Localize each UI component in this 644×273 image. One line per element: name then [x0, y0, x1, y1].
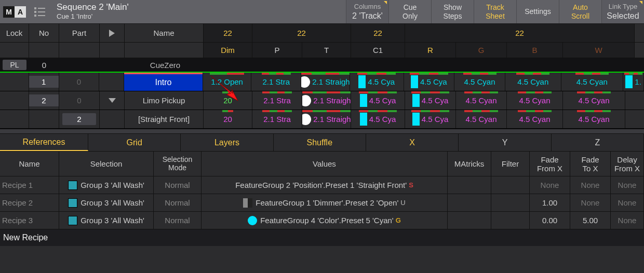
rc-col-mode[interactable]: Selection Mode	[154, 152, 202, 176]
selection-swatch-icon	[68, 216, 77, 225]
color-icon	[248, 216, 257, 225]
recipe-values: FeatureGroup 1 'Dimmer'.Preset 2 'Open'U	[202, 194, 448, 211]
recipe-header: Name Selection Selection Mode Values MAt…	[0, 152, 644, 176]
recipe-matricks	[448, 176, 491, 194]
settings-button[interactable]: Settings	[516, 0, 559, 23]
preset-badge: G	[396, 216, 401, 224]
recipe-fade-from-x: None	[530, 176, 570, 194]
recipe-selection: Group 3 'All Wash'	[59, 176, 154, 194]
tab-shuffle[interactable]: Shuffle	[274, 134, 366, 151]
level-bar	[411, 75, 418, 88]
col-no[interactable]: No	[29, 24, 59, 42]
lower-tabs: References Grid Layers Shuffle X Y Z	[0, 134, 644, 152]
cue-number: 2	[29, 94, 59, 106]
cuezero-no: 0	[29, 58, 59, 72]
col-ch-4[interactable]: 22	[405, 24, 635, 42]
col-t[interactable]: T	[302, 43, 351, 58]
track-value: 2.1 Stra	[263, 77, 290, 86]
recipe-fade-to-x: 5.00	[570, 212, 611, 229]
rc-col-values[interactable]: Values	[202, 152, 448, 176]
col-lock[interactable]: Lock	[0, 24, 29, 42]
track-value: 4.5 Cyan	[576, 77, 608, 86]
col-ch-1[interactable]: 22	[204, 24, 252, 42]
track-value: 2.1 Straight	[313, 96, 351, 105]
menu-list-icon[interactable]	[29, 0, 50, 23]
rc-col-selection[interactable]: Selection	[59, 152, 154, 176]
title-block[interactable]: Sequence 2 'Main' Cue 1 'Intro'	[50, 0, 135, 23]
cue-row[interactable]: 2[Straight Front]202.1 Stra2.1 Straight4…	[0, 110, 644, 129]
auto-scroll-button[interactable]: Auto Scroll	[559, 0, 601, 23]
col-c1[interactable]: C1	[351, 43, 405, 58]
recipe-row[interactable]: Recipe 3Group 3 'All Wash'NormalFeatureG…	[0, 212, 644, 229]
track-value: 4.5 Cyan	[519, 96, 550, 105]
recipe-name: Recipe 2	[0, 194, 59, 211]
recipe-mode: Normal	[154, 212, 202, 229]
cue-row[interactable]: 10Intro1.2 Open2.1 Stra2.1 Straight4.5 C…	[0, 73, 644, 91]
track-value: 4.5 Cyan	[465, 96, 497, 105]
dimmer-icon	[243, 198, 252, 208]
track-sheet-button[interactable]: Track Sheet	[474, 0, 516, 23]
recipe-selection: Group 3 'All Wash'	[59, 212, 154, 229]
cue-only-button[interactable]: Cue Only	[388, 0, 431, 23]
recipe-delay-from-x: None	[611, 176, 644, 194]
tab-references[interactable]: References	[0, 134, 88, 151]
col-r[interactable]: R	[405, 43, 456, 58]
col-name[interactable]: Name	[125, 24, 204, 42]
tab-z[interactable]: Z	[552, 134, 644, 151]
rc-col-fade-from-x[interactable]: Fade From X	[530, 152, 570, 176]
dim-value: 20	[223, 96, 232, 105]
recipe-values: FeatureGroup 2 'Position'.Preset 1 'Stra…	[202, 176, 448, 194]
cue-zero-row[interactable]: PL 0 CueZero	[0, 58, 644, 73]
recipe-row[interactable]: Recipe 2Group 3 'All Wash'NormalFeatureG…	[0, 194, 644, 212]
selection-swatch-icon	[68, 181, 77, 190]
cue-rows: 10Intro1.2 Open2.1 Stra2.1 Straight4.5 C…	[0, 73, 644, 129]
level-bar	[412, 113, 420, 126]
cue-row[interactable]: 20Limo Pickup202.1 Stra2.1 Straight4.5 C…	[0, 91, 644, 110]
col-ch-3[interactable]: 22	[351, 24, 405, 42]
splitter-handle[interactable]	[0, 129, 644, 134]
col-part[interactable]: Part	[59, 24, 100, 42]
tab-layers[interactable]: Layers	[181, 134, 273, 151]
track-value: 4.5 Cya	[369, 96, 396, 105]
show-steps-button[interactable]: Show Steps	[431, 0, 474, 23]
recipe-matricks	[448, 194, 491, 211]
recipe-name: Recipe 3	[0, 212, 59, 229]
new-recipe-button[interactable]: New Recipe	[0, 229, 644, 246]
col-dim[interactable]: Dim	[204, 43, 252, 58]
rc-col-delay-from-x[interactable]: Delay From X	[611, 152, 644, 176]
col-g[interactable]: G	[456, 43, 507, 58]
cue-number: 1	[29, 76, 59, 88]
rc-col-name[interactable]: Name	[0, 152, 59, 176]
track-value: 2.1 Stra	[263, 96, 291, 105]
track-value: 4.5 Cyan	[578, 115, 609, 124]
logo-m-icon: M	[3, 6, 15, 18]
expand-down-icon[interactable]	[109, 98, 116, 103]
recipe-matricks	[448, 212, 491, 229]
rc-col-matricks[interactable]: MAtricks	[448, 152, 491, 176]
track-value: 4.5 Cyan	[517, 77, 548, 86]
col-w[interactable]: W	[563, 43, 635, 58]
track-value: 4.5 Cya	[422, 96, 449, 105]
recipe-selection: Group 3 'All Wash'	[59, 194, 154, 211]
columns-button[interactable]: Columns 2 'Track'	[346, 0, 388, 23]
track-value: 4.5 Cyan	[465, 115, 497, 124]
track-value: 4.5 Cya	[368, 77, 395, 86]
col-p[interactable]: P	[252, 43, 302, 58]
col-ch-2[interactable]: 22	[252, 24, 351, 42]
track-value: 2.1 Straight	[313, 115, 351, 124]
recipe-row[interactable]: Recipe 1Group 3 'All Wash'NormalFeatureG…	[0, 176, 644, 194]
level-bar	[625, 75, 633, 88]
recipe-delay-from-x: None	[611, 212, 644, 229]
tab-y[interactable]: Y	[459, 134, 551, 151]
tab-grid[interactable]: Grid	[88, 134, 181, 151]
top-bar: M A Sequence 2 'Main' Cue 1 'Intro' Colu…	[0, 0, 644, 24]
link-type-button[interactable]: Link Type Selected	[601, 0, 644, 23]
col-play[interactable]	[100, 24, 125, 42]
rc-col-filter[interactable]: Filter	[491, 152, 530, 176]
rc-col-fade-to-x[interactable]: Fade To X	[570, 152, 611, 176]
col-b[interactable]: B	[507, 43, 563, 58]
tab-x[interactable]: X	[366, 134, 459, 151]
track-value: 2.1 Stra	[263, 115, 291, 124]
sequence-title: Sequence 2 'Main'	[57, 2, 129, 12]
recipe-filter	[491, 176, 530, 194]
